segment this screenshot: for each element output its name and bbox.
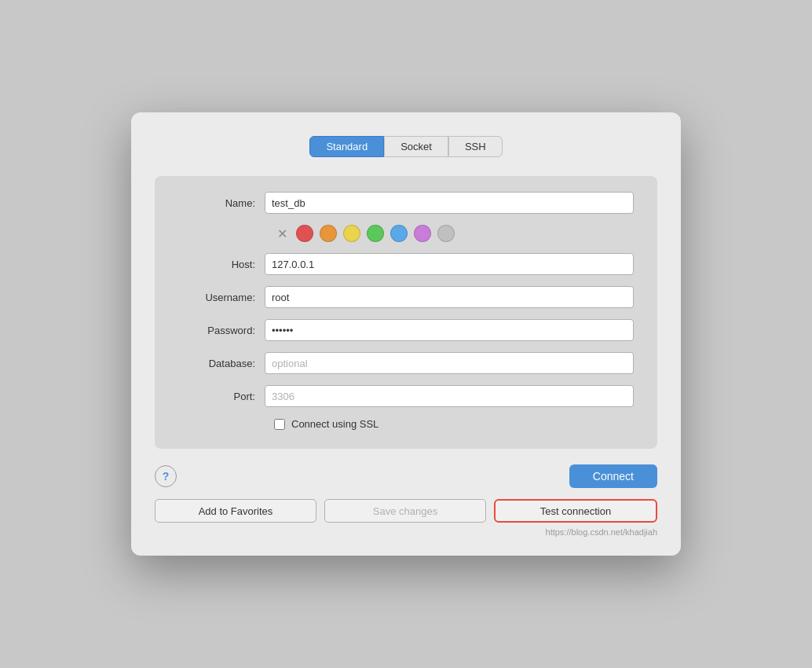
username-label: Username: [178, 292, 265, 303]
port-row: Port: [178, 385, 634, 407]
color-dot-yellow[interactable] [343, 225, 360, 242]
action-row: Add to Favorites Save changes Test conne… [155, 499, 657, 523]
ssl-label: Connect using SSL [291, 418, 379, 430]
name-label: Name: [178, 197, 265, 209]
name-input[interactable] [265, 192, 634, 214]
color-dot-orange[interactable] [320, 225, 337, 242]
color-dot-red[interactable] [296, 225, 313, 242]
ssl-row: Connect using SSL [178, 418, 634, 430]
connect-button[interactable]: Connect [569, 464, 657, 488]
username-row: Username: [178, 286, 634, 308]
watermark: https://blog.csdn.net/khadjiah [155, 527, 657, 537]
tab-standard[interactable]: Standard [309, 136, 384, 157]
save-changes-button[interactable]: Save changes [324, 499, 486, 523]
database-label: Database: [178, 358, 265, 369]
color-dot-gray[interactable] [437, 225, 455, 242]
database-input[interactable] [265, 352, 634, 374]
port-label: Port: [178, 391, 265, 402]
tab-socket[interactable]: Socket [384, 136, 448, 157]
host-label: Host: [178, 259, 265, 270]
password-label: Password: [178, 325, 265, 336]
form-area: Name: ✕ Host: Username: Password: [155, 176, 657, 449]
color-dot-purple[interactable] [414, 225, 431, 242]
password-input[interactable] [265, 319, 634, 341]
database-row: Database: [178, 352, 634, 374]
color-dot-green[interactable] [367, 225, 384, 242]
host-input[interactable] [265, 253, 634, 275]
color-dot-blue[interactable] [390, 225, 408, 242]
test-connection-button[interactable]: Test connection [494, 499, 657, 523]
password-row: Password: [178, 319, 634, 341]
bottom-bar: ? Connect [155, 464, 657, 488]
tab-ssh[interactable]: SSH [448, 136, 503, 157]
username-input[interactable] [265, 286, 634, 308]
host-row: Host: [178, 253, 634, 275]
connection-dialog: Standard Socket SSH Name: ✕ Host: Us [131, 112, 681, 556]
color-clear[interactable]: ✕ [274, 226, 290, 241]
ssl-checkbox[interactable] [274, 419, 285, 430]
color-row: ✕ [178, 225, 634, 242]
name-row: Name: [178, 192, 634, 214]
help-button[interactable]: ? [155, 465, 177, 487]
port-input[interactable] [265, 385, 634, 407]
add-to-favorites-button[interactable]: Add to Favorites [155, 499, 316, 523]
tab-bar: Standard Socket SSH [155, 136, 657, 157]
